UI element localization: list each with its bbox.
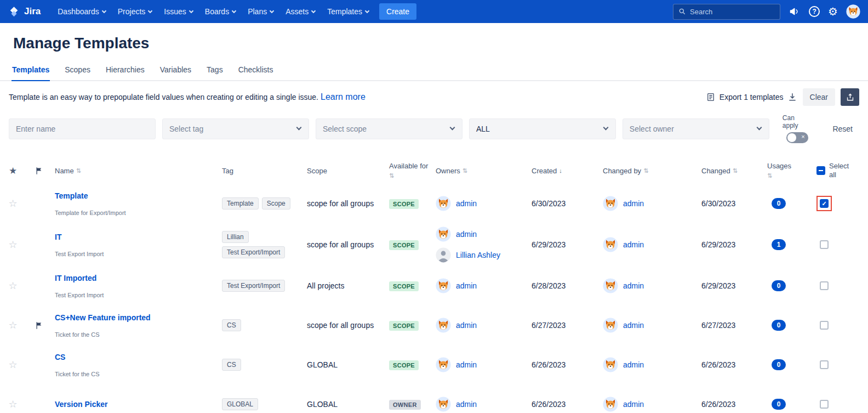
description-row: Template is an easy way to prepopulate f… [0, 81, 868, 106]
user-link[interactable]: admin [456, 199, 477, 208]
user-link[interactable]: admin [623, 281, 644, 290]
user-link[interactable]: admin [623, 199, 644, 208]
star-icon[interactable]: ☆ [8, 359, 17, 371]
search-input[interactable] [690, 8, 772, 16]
selection-highlight [816, 196, 832, 211]
tab-hierarchies[interactable]: Hierarchies [105, 65, 145, 81]
row-checkbox[interactable] [820, 360, 829, 369]
template-name-link[interactable]: Template [55, 191, 88, 200]
user-link[interactable]: admin [623, 321, 644, 330]
nav-item-plans[interactable]: Plans [242, 0, 279, 23]
jira-brand[interactable]: Jira [8, 5, 41, 18]
table-row: ☆ CS Ticket for the CS CS GLOBAL SCOPE a… [0, 345, 868, 384]
col-header-owners[interactable]: Owners ⇅ [436, 167, 532, 175]
learn-more-link[interactable]: Learn more [321, 92, 366, 102]
template-name-link[interactable]: IT Imported [55, 274, 96, 282]
user-link[interactable]: admin [456, 360, 477, 369]
tab-scopes[interactable]: Scopes [64, 65, 91, 81]
navbar-search[interactable] [673, 4, 780, 20]
tab-tags[interactable]: Tags [206, 65, 224, 81]
table-row: ☆ Version Picker GLOBAL GLOBAL OWNER adm… [0, 384, 868, 413]
selection-highlight [816, 278, 832, 293]
chevron-down-icon [148, 8, 152, 13]
row-checkbox[interactable] [820, 199, 829, 208]
gear-icon[interactable]: ⚙ [828, 6, 838, 17]
nav-item-assets[interactable]: Assets [279, 0, 321, 23]
share-button[interactable] [841, 88, 859, 106]
table-row: ☆ Template Template for Export/Import Te… [0, 184, 868, 223]
can-apply-toggle[interactable]: × [786, 132, 808, 143]
col-header-usages[interactable]: Usages ⇅ [767, 162, 797, 179]
tag-filter-select[interactable]: Select tag [162, 118, 309, 139]
col-header-available-for[interactable]: Available for ⇅ [389, 162, 436, 179]
star-icon[interactable]: ☆ [8, 280, 17, 292]
row-checkbox[interactable] [820, 400, 829, 409]
user-link[interactable]: Lillian Ashley [456, 251, 500, 259]
reset-button[interactable]: Reset [826, 120, 859, 138]
user-link[interactable]: admin [623, 360, 644, 369]
template-name-link[interactable]: CS+New Feature imported [55, 313, 151, 322]
scope-text: scope for all groups [307, 240, 374, 249]
user-entry: admin [436, 357, 477, 372]
user-link[interactable]: admin [456, 400, 477, 409]
user-avatar [436, 397, 451, 412]
changed-date: 6/26/2023 [701, 360, 767, 369]
name-filter-input[interactable] [9, 118, 156, 139]
chevron-down-icon [311, 8, 316, 13]
star-icon[interactable]: ☆ [8, 319, 17, 331]
tab-templates[interactable]: Templates [12, 65, 50, 81]
col-header-created[interactable]: Created ↓ [532, 167, 603, 175]
user-avatar[interactable] [846, 4, 860, 19]
nav-item-templates[interactable]: Templates [321, 0, 375, 23]
owner-filter-select[interactable]: Select owner [623, 118, 769, 139]
export-templates-button[interactable]: Export 1 templates [706, 92, 797, 102]
scope-text: scope for all groups [307, 321, 374, 330]
sort-icon: ⇅ [767, 172, 772, 179]
nav-item-dashboards[interactable]: Dashboards [52, 0, 112, 23]
usages-badge: 0 [772, 198, 786, 209]
flag-icon[interactable] [35, 167, 43, 175]
user-avatar [436, 227, 451, 242]
star-icon[interactable]: ☆ [8, 197, 17, 210]
user-link[interactable]: admin [456, 281, 477, 290]
type-filter-select[interactable]: ALL [469, 118, 616, 139]
create-button[interactable]: Create [379, 3, 416, 20]
tab-bar: TemplatesScopesHierarchiesVariablesTagsC… [0, 65, 868, 81]
tag-chip: Template [222, 197, 259, 210]
nav-item-boards[interactable]: Boards [199, 0, 242, 23]
user-avatar [436, 247, 451, 263]
user-avatar [436, 357, 451, 372]
user-link[interactable]: admin [623, 240, 644, 249]
star-icon[interactable]: ☆ [8, 398, 17, 410]
tag-chip: GLOBAL [222, 398, 258, 410]
template-name-link[interactable]: Version Picker [55, 400, 108, 409]
download-icon[interactable] [787, 92, 797, 102]
row-checkbox[interactable] [820, 281, 829, 290]
star-icon[interactable]: ☆ [8, 239, 17, 251]
col-header-changed-by[interactable]: Changed by ⇅ [603, 167, 701, 175]
col-header-name[interactable]: Name ⇅ [52, 167, 222, 175]
tab-checklists[interactable]: Checklists [238, 65, 274, 81]
sort-desc-icon: ↓ [559, 167, 562, 174]
user-link[interactable]: admin [623, 400, 644, 409]
clear-button[interactable]: Clear [803, 88, 835, 106]
row-checkbox[interactable] [820, 321, 829, 330]
nav-item-label: Projects [118, 7, 146, 16]
template-name-link[interactable]: CS [55, 353, 65, 361]
scope-filter-select[interactable]: Select scope [316, 118, 462, 139]
col-header-changed[interactable]: Changed ⇅ [701, 167, 767, 175]
row-checkbox[interactable] [820, 240, 829, 249]
chevron-down-icon [756, 125, 762, 131]
template-name-link[interactable]: IT [55, 233, 61, 241]
announcement-icon[interactable] [789, 5, 801, 18]
tab-variables[interactable]: Variables [159, 65, 192, 81]
user-avatar [603, 357, 618, 372]
nav-item-projects[interactable]: Projects [112, 0, 158, 23]
star-icon[interactable]: ★ [9, 165, 17, 177]
user-link[interactable]: admin [456, 321, 477, 330]
select-all-checkbox[interactable] [816, 166, 825, 175]
nav-item-issues[interactable]: Issues [158, 0, 198, 23]
user-entry: admin [436, 278, 477, 293]
user-link[interactable]: admin [456, 230, 477, 239]
help-icon[interactable]: ? [809, 6, 820, 17]
